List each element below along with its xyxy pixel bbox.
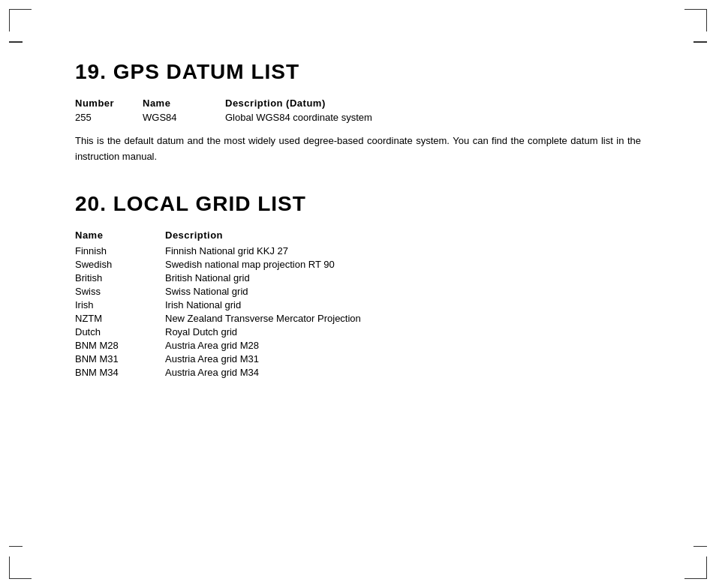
grid-row: IrishIrish National grid [75, 299, 641, 310]
grid-row: SwedishSwedish national map projection R… [75, 259, 641, 270]
col-number-header: Number [75, 98, 143, 109]
grid-row-name: British [75, 272, 165, 284]
corner-mark-br [684, 556, 707, 579]
grid-row: DutchRoyal Dutch grid [75, 326, 641, 338]
col-name-header: Name [143, 98, 225, 109]
grid-row: FinnishFinnish National grid KKJ 27 [75, 245, 641, 256]
grid-table-body: FinnishFinnish National grid KKJ 27Swedi… [75, 245, 641, 378]
grid-row-desc: British National grid [165, 272, 641, 284]
grid-col-desc-header: Description [165, 230, 641, 241]
tick-tl [9, 41, 23, 43]
grid-row: NZTMNew Zealand Transverse Mercator Proj… [75, 313, 641, 324]
grid-row: BritishBritish National grid [75, 272, 641, 284]
grid-row-name: BNM M31 [75, 353, 165, 364]
grid-row-name: Swedish [75, 259, 165, 270]
grid-row: BNM M31Austria Area grid M31 [75, 353, 641, 364]
datum-name: WGS84 [143, 112, 225, 123]
col-desc-header: Description (Datum) [225, 98, 641, 109]
datum-note: This is the default datum and the most w… [75, 134, 641, 165]
grid-row-desc: Irish National grid [165, 299, 641, 310]
section2-title: 20. LOCAL GRID LIST [75, 192, 641, 216]
grid-row-desc: Royal Dutch grid [165, 326, 641, 338]
corner-mark-bl [9, 556, 32, 579]
grid-row-desc: Swiss National grid [165, 286, 641, 297]
grid-row-name: Swiss [75, 286, 165, 297]
grid-row-desc: Finnish National grid KKJ 27 [165, 245, 641, 256]
tick-tr [693, 41, 707, 43]
grid-row: BNM M28Austria Area grid M28 [75, 340, 641, 351]
grid-row-name: BNM M28 [75, 340, 165, 351]
grid-col-name-header: Name [75, 230, 165, 241]
grid-row-desc: Austria Area grid M28 [165, 340, 641, 351]
corner-mark-tl [9, 9, 32, 32]
datum-row-255: 255 WGS84 Global WGS84 coordinate system [75, 112, 641, 123]
section2-table-header: Name Description [75, 230, 641, 241]
grid-row-desc: New Zealand Transverse Mercator Projecti… [165, 313, 641, 324]
corner-mark-tr [684, 9, 707, 32]
grid-row: SwissSwiss National grid [75, 286, 641, 297]
grid-row-desc: Austria Area grid M31 [165, 353, 641, 364]
grid-row-desc: Swedish national map projection RT 90 [165, 259, 641, 270]
grid-row-desc: Austria Area grid M34 [165, 367, 641, 378]
grid-row-name: Finnish [75, 245, 165, 256]
grid-row-name: Irish [75, 299, 165, 310]
section1-title: 19. GPS DATUM LIST [75, 60, 641, 84]
datum-number: 255 [75, 112, 143, 123]
grid-row-name: NZTM [75, 313, 165, 324]
grid-row-name: BNM M34 [75, 367, 165, 378]
grid-row: BNM M34Austria Area grid M34 [75, 367, 641, 378]
datum-description: Global WGS84 coordinate system [225, 112, 641, 123]
section1-table-header: Number Name Description (Datum) [75, 98, 641, 109]
grid-row-name: Dutch [75, 326, 165, 338]
tick-br [693, 546, 707, 548]
tick-bl [9, 546, 23, 548]
